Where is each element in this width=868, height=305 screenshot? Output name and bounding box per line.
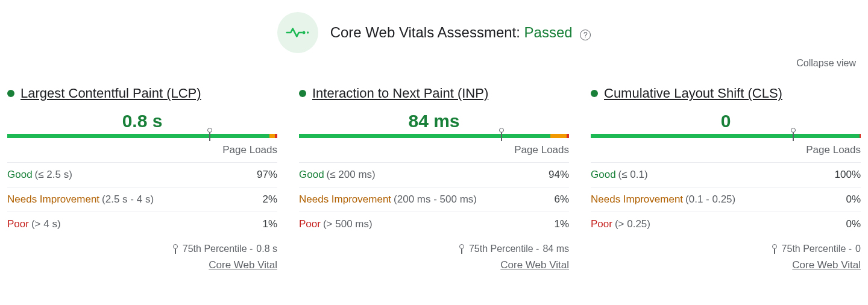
page-loads-label: Page Loads <box>299 144 569 156</box>
svg-point-0 <box>302 31 305 34</box>
bar-segment-ni <box>269 134 275 138</box>
poor-threshold: (> 500 ms) <box>323 218 373 230</box>
percentile-value: 0.8 s <box>256 244 277 254</box>
metrics-grid: Largest Contentful Paint (LCP) 0.8 s Pag… <box>7 86 861 274</box>
ni-label: Needs Improvement <box>591 193 683 205</box>
svg-point-1 <box>307 31 309 33</box>
vitals-icon <box>277 12 318 53</box>
help-icon[interactable]: ? <box>580 30 591 40</box>
ni-threshold: (200 ms - 500 ms) <box>394 193 477 205</box>
pin-icon <box>772 244 778 254</box>
ni-pct: 6% <box>554 193 569 206</box>
ni-label: Needs Improvement <box>7 193 99 205</box>
status-dot-icon <box>591 90 598 97</box>
bar-segment-poor <box>567 134 569 138</box>
metric-title-link[interactable]: Interaction to Next Paint (INP) <box>312 86 488 101</box>
percentile-row: 75th Percentile - 84 ms <box>299 236 569 259</box>
metric-title-row: Interaction to Next Paint (INP) <box>299 86 569 101</box>
poor-label: Poor <box>299 218 321 230</box>
assessment-header: Core Web Vitals Assessment: Passed ? <box>7 12 861 53</box>
metric-inp: Interaction to Next Paint (INP) 84 ms Pa… <box>299 86 569 274</box>
assessment-title: Core Web Vitals Assessment: Passed ? <box>330 24 591 41</box>
collapse-row: Collapse view <box>7 58 861 69</box>
dist-row-good: Good(≤ 2.5 s) 97% <box>7 162 277 187</box>
metric-lcp: Largest Contentful Paint (LCP) 0.8 s Pag… <box>7 86 277 274</box>
percentile-row: 75th Percentile - 0.8 s <box>7 236 277 259</box>
metric-value: 0 <box>591 111 861 131</box>
percentile-prefix: 75th Percentile - <box>183 244 253 254</box>
ni-threshold: (0.1 - 0.25) <box>685 193 735 205</box>
percentile-marker-icon <box>499 128 504 141</box>
status-dot-icon <box>7 90 14 97</box>
footer-link-row: Core Web Vital <box>7 259 277 274</box>
good-pct: 94% <box>549 169 569 181</box>
assessment-status: Passed <box>524 24 573 40</box>
dist-row-ni: Needs Improvement(200 ms - 500 ms) 6% <box>299 187 569 212</box>
metric-title-row: Cumulative Layout Shift (CLS) <box>591 86 861 101</box>
page-loads-label: Page Loads <box>591 144 861 156</box>
poor-pct: 1% <box>554 218 569 230</box>
good-pct: 100% <box>835 169 861 181</box>
poor-pct: 0% <box>846 218 861 230</box>
bar-segment-poor <box>275 134 277 138</box>
core-web-vital-link[interactable]: Core Web Vital <box>209 259 277 271</box>
dist-row-poor: Poor(> 0.25) 0% <box>591 212 861 236</box>
poor-label: Poor <box>7 218 29 230</box>
poor-label: Poor <box>591 218 612 230</box>
percentile-row: 75th Percentile - 0 <box>591 236 861 259</box>
poor-threshold: (> 4 s) <box>31 218 61 230</box>
pin-icon <box>173 244 179 254</box>
dist-row-poor: Poor(> 4 s) 1% <box>7 212 277 236</box>
ni-label: Needs Improvement <box>299 193 391 205</box>
good-pct: 97% <box>257 169 277 181</box>
distribution-bar <box>299 134 569 138</box>
dist-row-good: Good(≤ 0.1) 100% <box>591 162 861 187</box>
status-dot-icon <box>299 90 306 97</box>
collapse-view-button[interactable]: Collapse view <box>796 58 856 68</box>
dist-row-ni: Needs Improvement(0.1 - 0.25) 0% <box>591 187 861 212</box>
footer-link-row: Core Web Vital <box>591 259 861 274</box>
good-label: Good <box>299 169 324 180</box>
ni-threshold: (2.5 s - 4 s) <box>102 193 154 205</box>
good-threshold: (≤ 2.5 s) <box>35 169 72 180</box>
metric-title-link[interactable]: Largest Contentful Paint (LCP) <box>20 86 201 101</box>
percentile-marker-icon <box>207 128 212 141</box>
percentile-value: 84 ms <box>542 244 569 254</box>
metric-value: 84 ms <box>299 111 569 131</box>
bar-segment-good <box>299 134 550 138</box>
bar-segment-poor <box>860 134 861 138</box>
percentile-prefix: 75th Percentile - <box>469 244 539 254</box>
good-label: Good <box>7 169 33 180</box>
percentile-marker-icon <box>791 128 796 141</box>
poor-pct: 1% <box>262 218 277 230</box>
dist-row-poor: Poor(> 500 ms) 1% <box>299 212 569 236</box>
ni-pct: 0% <box>846 193 861 206</box>
footer-link-row: Core Web Vital <box>299 259 569 274</box>
dist-row-ni: Needs Improvement(2.5 s - 4 s) 2% <box>7 187 277 212</box>
bar-segment-good <box>7 134 269 138</box>
ni-pct: 2% <box>262 193 277 206</box>
bar-segment-good <box>591 134 860 138</box>
percentile-value: 0 <box>855 244 861 254</box>
good-threshold: (≤ 0.1) <box>618 169 648 180</box>
assessment-title-prefix: Core Web Vitals Assessment: <box>330 24 524 40</box>
percentile-prefix: 75th Percentile - <box>782 244 852 254</box>
dist-row-good: Good(≤ 200 ms) 94% <box>299 162 569 187</box>
metric-title-row: Largest Contentful Paint (LCP) <box>7 86 277 101</box>
metric-value: 0.8 s <box>7 111 277 131</box>
page-loads-label: Page Loads <box>7 144 277 156</box>
metric-title-link[interactable]: Cumulative Layout Shift (CLS) <box>604 86 782 101</box>
core-web-vital-link[interactable]: Core Web Vital <box>792 259 861 271</box>
distribution-bar <box>591 134 861 138</box>
poor-threshold: (> 0.25) <box>615 218 650 230</box>
distribution-bar <box>7 134 277 138</box>
core-web-vital-link[interactable]: Core Web Vital <box>500 259 569 271</box>
good-label: Good <box>591 169 616 180</box>
metric-cls: Cumulative Layout Shift (CLS) 0 Page Loa… <box>591 86 861 274</box>
pin-icon <box>459 244 465 254</box>
good-threshold: (≤ 200 ms) <box>327 169 376 180</box>
bar-segment-ni <box>550 134 567 138</box>
